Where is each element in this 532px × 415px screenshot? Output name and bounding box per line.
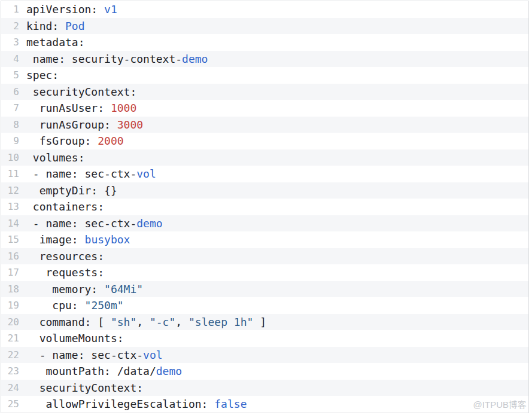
- line-number: 8: [1, 117, 19, 133]
- code-line: 11 - name: sec-ctx-vol: [1, 166, 528, 182]
- code-text: securityContext:: [19, 380, 143, 396]
- code-token: demo: [182, 53, 208, 65]
- code-token: Pod: [65, 20, 85, 32]
- code-text: command: [ "sh", "-c", "sleep 1h" ]: [19, 314, 266, 331]
- code-token: containers:: [26, 200, 104, 213]
- code-token: kind:: [26, 20, 65, 32]
- line-number: 22: [1, 347, 19, 364]
- code-line: 16 resources:: [1, 248, 528, 265]
- line-number: 25: [1, 396, 19, 413]
- code-token: allowPrivilegeEscalation:: [26, 398, 214, 410]
- code-line: 17 requests:: [1, 264, 528, 281]
- code-line: 4 name: security-context-demo: [1, 51, 528, 68]
- code-token: runAsGroup:: [26, 118, 117, 131]
- code-token: spec:: [26, 69, 59, 81]
- code-line: 19 cpu: "250m": [1, 297, 528, 314]
- code-token: runAsUser:: [26, 102, 111, 114]
- code-token: - name: sec-ctx-: [26, 217, 136, 230]
- code-text: - name: sec-ctx-vol: [19, 347, 163, 364]
- code-line: 7 runAsUser: 1000: [1, 100, 528, 117]
- code-token: memory:: [26, 283, 104, 295]
- code-token: securityContext:: [26, 382, 143, 394]
- code-token: "64Mi": [104, 283, 143, 295]
- code-token: "-c": [150, 316, 175, 328]
- code-text: allowPrivilegeEscalation: false: [19, 396, 247, 413]
- code-line: 8 runAsGroup: 3000: [1, 117, 528, 133]
- line-number: 7: [1, 100, 19, 117]
- code-token: volumeMounts:: [26, 332, 124, 344]
- code-text: cpu: "250m": [19, 297, 124, 314]
- line-number: 21: [1, 330, 19, 347]
- code-token: apiVersion:: [26, 3, 104, 16]
- code-text: memory: "64Mi": [19, 281, 143, 298]
- code-line: 22 - name: sec-ctx-vol: [1, 347, 528, 364]
- code-text: - name: sec-ctx-vol: [19, 166, 156, 182]
- code-token: securityContext:: [26, 86, 136, 98]
- code-token: 2000: [98, 135, 123, 147]
- code-token: 3000: [117, 118, 143, 131]
- code-line: 1apiVersion: v1: [1, 1, 528, 18]
- code-text: volumeMounts:: [19, 330, 124, 347]
- code-text: runAsUser: 1000: [19, 100, 136, 117]
- code-token: emptyDir: {}: [26, 184, 117, 197]
- code-text: containers:: [19, 199, 104, 215]
- code-token: demo: [156, 365, 182, 377]
- code-token: mountPath: /data/: [26, 365, 156, 377]
- code-token: ,: [175, 316, 189, 328]
- code-line: 23 mountPath: /data/demo: [1, 363, 528, 380]
- code-line: 2kind: Pod: [1, 18, 528, 35]
- code-token: name: security-context-: [26, 53, 182, 65]
- line-number: 6: [1, 84, 19, 100]
- code-line: 9 fsGroup: 2000: [1, 133, 528, 149]
- code-line: 3metadata:: [1, 34, 528, 51]
- code-line: 13 containers:: [1, 199, 528, 215]
- code-text: metadata:: [19, 34, 85, 51]
- line-number: 19: [1, 297, 19, 314]
- code-line: 12 emptyDir: {}: [1, 182, 528, 199]
- line-number: 4: [1, 51, 19, 68]
- code-token: cpu:: [26, 299, 85, 312]
- code-token: image:: [26, 233, 85, 246]
- code-line: 15 image: busybox: [1, 231, 528, 248]
- code-token: vol: [136, 167, 156, 180]
- code-token: vol: [143, 349, 163, 361]
- line-number: 17: [1, 264, 19, 281]
- code-text: name: security-context-demo: [19, 51, 208, 68]
- code-token: fsGroup:: [26, 135, 98, 147]
- line-number: 2: [1, 18, 19, 35]
- code-token: volumes:: [26, 151, 85, 164]
- code-text: emptyDir: {}: [19, 182, 117, 199]
- code-text: runAsGroup: 3000: [19, 117, 143, 133]
- code-line: 20 command: [ "sh", "-c", "sleep 1h" ]: [1, 314, 528, 331]
- code-token: metadata:: [26, 36, 85, 48]
- code-text: spec:: [19, 67, 59, 84]
- code-line: 21 volumeMounts:: [1, 330, 528, 347]
- code-line: 6 securityContext:: [1, 84, 528, 100]
- code-text: volumes:: [19, 149, 85, 166]
- code-token: busybox: [85, 233, 130, 246]
- code-text: requests:: [19, 264, 104, 281]
- line-number: 16: [1, 248, 19, 265]
- code-text: kind: Pod: [19, 18, 85, 35]
- code-token: 1000: [111, 102, 136, 114]
- yaml-code-viewer: 1apiVersion: v12kind: Pod3metadata:4 nam…: [0, 0, 532, 415]
- line-number: 14: [1, 215, 19, 232]
- line-number: 1: [1, 1, 19, 18]
- code-text: - name: sec-ctx-demo: [19, 215, 163, 232]
- line-number: 9: [1, 133, 19, 149]
- code-token: command: [: [26, 316, 111, 328]
- code-text: resources:: [19, 248, 104, 265]
- line-number: 12: [1, 182, 19, 199]
- line-number: 20: [1, 314, 19, 331]
- code-token: ]: [253, 316, 266, 328]
- code-token: "250m": [85, 299, 124, 312]
- code-token: v1: [104, 3, 117, 16]
- code-token: false: [214, 398, 247, 410]
- code-text: apiVersion: v1: [19, 1, 117, 18]
- line-number: 11: [1, 166, 19, 182]
- code-block: 1apiVersion: v12kind: Pod3metadata:4 nam…: [1, 1, 529, 413]
- line-number: 18: [1, 281, 19, 298]
- code-token: ,: [136, 316, 150, 328]
- line-number: 13: [1, 199, 19, 215]
- code-token: "sleep 1h": [189, 316, 253, 328]
